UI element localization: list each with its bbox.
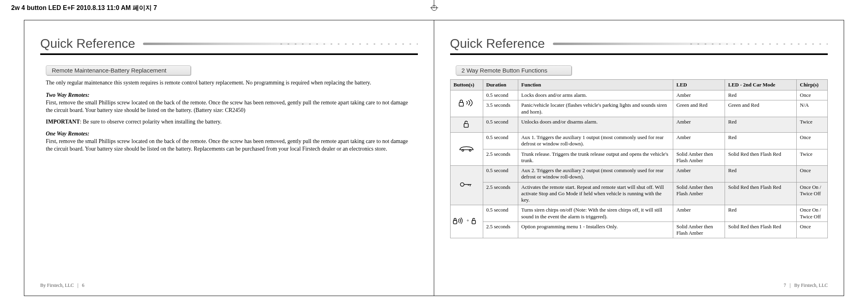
cell-led2: Red bbox=[725, 133, 797, 149]
divider bbox=[40, 53, 418, 55]
print-header: 2w 4 button LED E+F 2010.8.13 11:0 AM 페이… bbox=[11, 4, 157, 12]
svg-point-2 bbox=[462, 149, 464, 151]
cell-duration: 0.5 second bbox=[483, 133, 518, 149]
cell-function: Trunk release. Triggers the trunk releas… bbox=[518, 149, 673, 166]
footer-right: 7 | By Firstech, LLC bbox=[784, 282, 828, 288]
cell-chirp: Twice bbox=[797, 149, 828, 166]
one-way-body: First, remove the small Phillips screw l… bbox=[46, 138, 410, 153]
cell-led: Amber bbox=[673, 133, 725, 149]
section-tab: 2 Way Remote Button Functions bbox=[456, 65, 572, 75]
cell-function: Panic/vehicle locater (flashes vehicle's… bbox=[518, 100, 673, 117]
footer-page: 6 bbox=[82, 282, 84, 288]
table-header-row: Button(s) Duration Function LED LED - 2n… bbox=[450, 80, 828, 90]
cell-function: Turns siren chirps on/off (Note: With th… bbox=[518, 205, 673, 222]
cell-chirp: Once bbox=[797, 133, 828, 149]
svg-text:+: + bbox=[466, 218, 469, 224]
cell-led: Solid Amber then Flash Amber bbox=[673, 149, 725, 166]
two-way-body: First, remove the small Phillips screw l… bbox=[46, 99, 410, 114]
one-way-heading: One Way Remotes: bbox=[46, 130, 410, 138]
cell-duration: 2.5 seconds bbox=[483, 222, 518, 238]
car-icon bbox=[457, 143, 476, 153]
cell-led2: Solid Red then Flash Red bbox=[725, 182, 797, 205]
section-tab: Remote Maintenance-Battery Replacement bbox=[46, 65, 191, 75]
cell-chirp: N/A bbox=[797, 100, 828, 117]
cell-chirp: Once On / Twice Off bbox=[797, 205, 828, 222]
cell-led: Amber bbox=[673, 166, 725, 182]
footer-by: By Firstech, LLC bbox=[794, 282, 828, 288]
cell-led: Amber bbox=[673, 90, 725, 100]
page-right: Quick Reference 2 Way Remote Button Func… bbox=[434, 20, 844, 296]
cell-chirp: Once On / Twice Off bbox=[797, 182, 828, 205]
cell-led2: Green and Red bbox=[725, 100, 797, 117]
footer-sep: | bbox=[77, 282, 78, 288]
button-cell bbox=[450, 166, 483, 205]
cell-duration: 0.5 second bbox=[483, 205, 518, 222]
th-duration: Duration bbox=[483, 80, 518, 90]
table-row: 0.5 second Locks doors and/or arms alarm… bbox=[450, 90, 828, 100]
page-title: Quick Reference bbox=[450, 36, 545, 51]
important-label: IMPORTANT bbox=[46, 119, 80, 125]
intro-text: The only regular maintenance this system… bbox=[46, 79, 410, 87]
footer-page: 7 bbox=[784, 282, 786, 288]
spread-frame: Quick Reference Remote Maintenance-Batte… bbox=[24, 20, 844, 296]
body-text: The only regular maintenance this system… bbox=[40, 79, 418, 153]
cell-duration: 2.5 seconds bbox=[483, 182, 518, 205]
crop-mark-icon bbox=[426, 0, 442, 16]
cell-function: Aux 1. Triggers the auxiliary 1 output (… bbox=[518, 133, 673, 149]
page-left: Quick Reference Remote Maintenance-Batte… bbox=[24, 20, 434, 296]
cell-led2: Red bbox=[725, 205, 797, 222]
svg-point-3 bbox=[469, 149, 471, 151]
button-cell bbox=[450, 133, 483, 166]
footer-sep: | bbox=[790, 282, 790, 288]
footer-left: By Firstech, LLC | 6 bbox=[40, 282, 84, 288]
th-led2: LED - 2nd Car Mode bbox=[725, 80, 797, 90]
title-row: Quick Reference bbox=[450, 36, 828, 51]
th-buttons: Button(s) bbox=[450, 80, 483, 90]
cell-chirp: Twice bbox=[797, 117, 828, 132]
cell-led2: Solid Red then Flash Red bbox=[725, 149, 797, 166]
svg-rect-5 bbox=[453, 220, 457, 224]
svg-point-4 bbox=[460, 182, 464, 186]
table-row: 2.5 seconds Option programming menu 1 - … bbox=[450, 222, 828, 238]
unlock-icon bbox=[457, 119, 476, 129]
table-row: 0.5 second Aux 1. Triggers the auxiliary… bbox=[450, 133, 828, 149]
table-row: 3.5 seconds Panic/vehicle locater (flash… bbox=[450, 100, 828, 117]
cell-chirp: Once bbox=[797, 90, 828, 100]
th-chirp: Chirp(s) bbox=[797, 80, 828, 90]
lock-sound-icon bbox=[457, 98, 476, 108]
button-cell: + bbox=[450, 205, 483, 238]
cell-led2: Red bbox=[725, 117, 797, 132]
page-title: Quick Reference bbox=[40, 36, 135, 51]
title-rule-icon bbox=[553, 41, 828, 47]
cell-function: Unlocks doors and/or disarms alarm. bbox=[518, 117, 673, 132]
two-way-heading: Two Way Remotes: bbox=[46, 92, 410, 99]
key-icon bbox=[457, 179, 476, 190]
cell-function: Activates the remote start. Repeat and r… bbox=[518, 182, 673, 205]
cell-function: Option programming menu 1 - Installers O… bbox=[518, 222, 673, 238]
cell-chirp: Once bbox=[797, 222, 828, 238]
cell-led: Solid Amber then Flash Amber bbox=[673, 222, 725, 238]
svg-rect-0 bbox=[459, 102, 464, 106]
th-led: LED bbox=[673, 80, 725, 90]
important-text: : Be sure to observe correct polarity wh… bbox=[80, 119, 222, 125]
divider bbox=[450, 53, 828, 55]
cell-duration: 0.5 second bbox=[483, 90, 518, 100]
lock-sound-plus-unlock-icon: + bbox=[453, 216, 480, 226]
cell-duration: 0.5 second bbox=[483, 117, 518, 132]
cell-led: Green and Red bbox=[673, 100, 725, 117]
table-row: 2.5 seconds Activates the remote start. … bbox=[450, 182, 828, 205]
button-cell bbox=[450, 117, 483, 132]
cell-led2: Red bbox=[725, 166, 797, 182]
title-row: Quick Reference bbox=[40, 36, 418, 51]
svg-rect-7 bbox=[472, 220, 476, 224]
cell-led: Amber bbox=[673, 205, 725, 222]
cell-led2: Red bbox=[725, 90, 797, 100]
th-function: Function bbox=[518, 80, 673, 90]
cell-duration: 0.5 second bbox=[483, 166, 518, 182]
cell-led: Amber bbox=[673, 117, 725, 132]
cell-duration: 3.5 seconds bbox=[483, 100, 518, 117]
table-row: 0.5 second Unlocks doors and/or disarms … bbox=[450, 117, 828, 132]
footer-by: By Firstech, LLC bbox=[40, 282, 74, 288]
table-row: + 0.5 second Turns siren chirps on/off (… bbox=[450, 205, 828, 222]
cell-led2: Solid Red then Flash Red bbox=[725, 222, 797, 238]
